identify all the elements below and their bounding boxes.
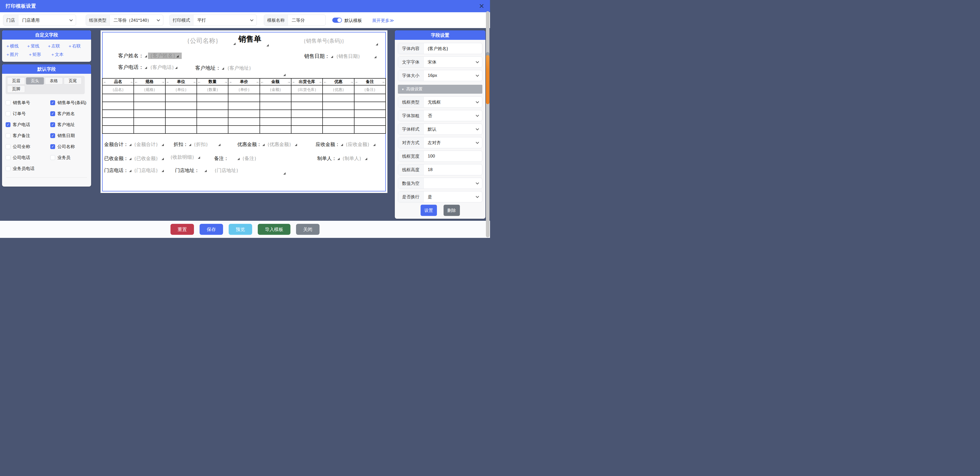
store-select[interactable]: 门店 门店通用 [3, 14, 76, 26]
advanced-settings-toggle[interactable]: ▼ 高级设置 [398, 85, 482, 94]
cell-placeholder[interactable]: {数量} [197, 85, 228, 94]
font-family-select[interactable]: 文字字体 宋体 [398, 56, 482, 68]
resize-handle[interactable] [145, 55, 147, 57]
add-left-copy-link[interactable]: ＋左联 [47, 43, 68, 49]
col-resize-right-icon[interactable]: → [318, 80, 322, 84]
delete-button[interactable]: 删除 [444, 205, 460, 216]
add-right-copy-link[interactable]: ＋右联 [68, 43, 89, 49]
resize-handle[interactable] [331, 56, 333, 58]
resize-handle[interactable] [129, 144, 131, 146]
checkbox-icon[interactable]: ✓ [6, 100, 11, 105]
checkbox-icon[interactable]: ✓ [50, 144, 55, 149]
store-phone-field[interactable]: 门店电话：{门店电话} [104, 167, 164, 174]
col-resize-right-icon[interactable]: → [256, 80, 259, 84]
resize-handle[interactable] [365, 158, 367, 160]
checkbox-company-phone[interactable]: ✓公司电话 [6, 154, 50, 160]
col-resize-left-icon[interactable]: ← [229, 80, 232, 84]
col-resize-right-icon[interactable]: → [161, 80, 165, 84]
border-height-input[interactable] [428, 167, 474, 172]
font-content-field[interactable]: 字体内容 [398, 43, 482, 54]
print-mode-select[interactable]: 打印模式 平打 [169, 14, 257, 26]
customer-addr-field[interactable]: 客户地址：{客户地址} [195, 65, 251, 72]
preview-button[interactable]: 预览 [229, 224, 252, 235]
col-规格[interactable]: ←规格→ [134, 78, 165, 85]
discount-amount-field[interactable]: 优惠金额：{优惠金额} [237, 141, 297, 148]
template-name-input[interactable] [292, 18, 322, 23]
template-canvas[interactable]: {公司名称} 销售单 {销售单号(条码)} 客户姓名：{客户姓名} 销售日期：{… [100, 30, 387, 193]
checkbox-icon[interactable]: ✓ [50, 133, 55, 138]
reset-button[interactable]: 重置 [170, 224, 194, 235]
resize-handle[interactable] [373, 144, 375, 146]
tab-table[interactable]: 表格 [45, 77, 63, 84]
font-content-input[interactable] [428, 46, 474, 51]
payment-detail-field[interactable]: {收款明细} [170, 154, 200, 161]
company-name-field[interactable]: {公司名称} [187, 37, 218, 45]
align-select[interactable]: 对齐方式 左对齐 [398, 137, 482, 148]
col-resize-right-icon[interactable]: → [224, 80, 228, 84]
resize-handle[interactable] [375, 43, 378, 45]
checkbox-icon[interactable]: ✓ [6, 144, 11, 149]
page-scrollbar[interactable] [486, 11, 490, 237]
font-style-select[interactable]: 字体样式 默认 [398, 124, 482, 135]
resize-handle[interactable] [198, 156, 200, 159]
paper-type-select[interactable]: 纸张类型 二等份（241*140） [86, 14, 163, 26]
tab-page-footer[interactable]: 页脚 [7, 86, 25, 92]
cell-placeholder[interactable]: {优惠} [323, 85, 354, 94]
col-resize-left-icon[interactable]: ← [261, 80, 264, 84]
border-height-field[interactable]: 线框高度 [398, 164, 482, 175]
checkbox-icon[interactable]: ✓ [6, 133, 11, 138]
col-resize-left-icon[interactable]: ← [166, 80, 169, 84]
col-备注[interactable]: ←备注→ [354, 78, 386, 85]
order-no-barcode-field[interactable]: {销售单号(条码)} [304, 37, 344, 45]
receivable-field[interactable]: 应收金额：{应收金额} [316, 141, 375, 148]
col-resize-right-icon[interactable]: → [382, 80, 385, 84]
doc-title-field[interactable]: 销售单 [239, 34, 261, 45]
resize-handle[interactable] [222, 67, 224, 70]
col-数量[interactable]: ←数量→ [197, 78, 228, 85]
checkbox-sales-no[interactable]: ✓销售单号 [6, 100, 50, 105]
scrollbar-thumb[interactable] [486, 55, 490, 104]
col-resize-right-icon[interactable]: → [130, 80, 133, 84]
cell-placeholder[interactable]: {备注} [354, 85, 386, 94]
col-resize-right-icon[interactable]: → [350, 80, 353, 84]
print-mode-value[interactable]: 平打 [193, 15, 256, 25]
close-button[interactable]: 关闭 [296, 224, 320, 235]
cell-placeholder[interactable]: {品名} [102, 85, 134, 94]
cell-placeholder[interactable]: {金额} [260, 85, 291, 94]
checkbox-icon[interactable]: ✓ [50, 111, 55, 116]
checkbox-salesman-phone[interactable]: ✓业务员电话 [6, 166, 50, 171]
col-金额[interactable]: ←金额→ [260, 78, 291, 85]
resize-handle[interactable] [218, 144, 221, 146]
font-bold-select[interactable]: 字体加粗 否 [398, 110, 482, 121]
cell-placeholder[interactable]: {单价} [228, 85, 259, 94]
empty-value-select[interactable]: 数值为空 [398, 178, 482, 189]
add-hline-link[interactable]: ＋横线 [6, 43, 26, 49]
checkbox-icon[interactable]: ✓ [50, 155, 55, 160]
resize-handle[interactable] [204, 170, 207, 172]
resize-handle[interactable] [283, 74, 286, 76]
store-value[interactable]: 门店通用 [18, 15, 76, 25]
cell-placeholder[interactable]: {规格} [134, 85, 165, 94]
checkbox-company-name[interactable]: ✓公司名称 [50, 144, 88, 149]
maker-field[interactable]: 制单人：{制单人} [317, 155, 367, 162]
tab-page-header[interactable]: 页眉 [7, 77, 25, 84]
resize-handle[interactable] [162, 158, 164, 160]
border-width-input[interactable] [428, 154, 474, 159]
checkbox-salesman[interactable]: ✓业务员 [50, 154, 88, 160]
import-template-button[interactable]: 导入模板 [258, 224, 290, 235]
col-resize-left-icon[interactable]: ← [197, 80, 201, 84]
save-button[interactable]: 保存 [200, 224, 223, 235]
col-品名[interactable]: ←品名→ [102, 78, 134, 85]
col-优惠[interactable]: ←优惠→ [323, 78, 354, 85]
resize-handle[interactable] [162, 144, 164, 146]
customer-phone-field[interactable]: 客户电话：{客户电话} [118, 64, 178, 71]
checkbox-icon[interactable]: ✓ [50, 100, 55, 105]
resize-handle[interactable] [177, 55, 179, 57]
col-单位[interactable]: ←单位→ [165, 78, 197, 85]
resize-handle[interactable] [233, 43, 235, 45]
wrap-select[interactable]: 是否换行 是 [398, 191, 482, 202]
cell-placeholder[interactable]: {单位} [165, 85, 197, 94]
resize-handle[interactable] [189, 144, 191, 146]
resize-handle[interactable] [341, 144, 343, 146]
resize-handle[interactable] [374, 56, 376, 58]
